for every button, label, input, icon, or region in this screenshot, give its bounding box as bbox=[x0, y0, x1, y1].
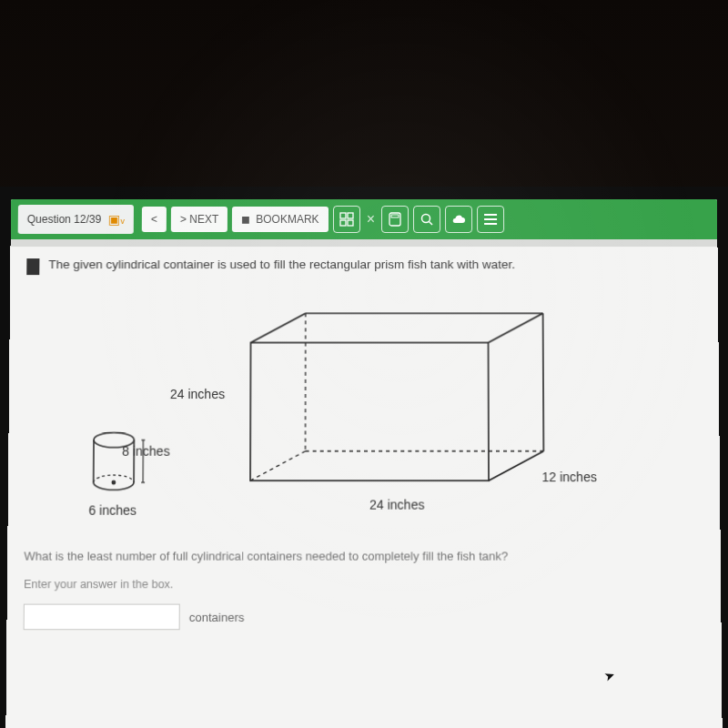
svg-rect-1 bbox=[348, 213, 353, 218]
svg-line-22 bbox=[543, 313, 544, 450]
svg-point-14 bbox=[111, 480, 116, 485]
question-marker-icon bbox=[26, 258, 39, 275]
cylinder-diameter-label: 6 inches bbox=[88, 503, 136, 518]
figure-row: 8 inches 6 inches bbox=[25, 280, 704, 536]
prism-depth-label: 12 inches bbox=[541, 470, 596, 484]
bookmark-button[interactable]: ◼ BOOKMARK bbox=[232, 207, 328, 232]
question-panel: The given cylindrical container is used … bbox=[6, 247, 721, 645]
next-button[interactable]: > NEXT bbox=[171, 207, 228, 232]
grid-icon[interactable] bbox=[333, 206, 360, 233]
prev-button[interactable]: < bbox=[142, 207, 167, 232]
sub-toolbar bbox=[10, 239, 717, 247]
answer-unit-label: containers bbox=[189, 610, 245, 623]
menu-icon[interactable] bbox=[477, 206, 504, 233]
close-icon[interactable]: × bbox=[365, 211, 377, 228]
answer-input[interactable] bbox=[24, 604, 180, 631]
question-prompt: What is the least number of full cylindr… bbox=[24, 549, 703, 562]
svg-point-6 bbox=[422, 214, 430, 222]
svg-line-20 bbox=[488, 313, 542, 342]
cylinder-figure: 8 inches 6 inches bbox=[34, 429, 217, 517]
question-stem: The given cylindrical container is used … bbox=[48, 258, 515, 271]
prism-height-label: 24 inches bbox=[170, 387, 225, 401]
flag-icon[interactable]: ▣v bbox=[108, 212, 125, 227]
bookmark-icon: ◼ bbox=[241, 213, 250, 226]
question-counter-text: Question 12/39 bbox=[27, 213, 102, 226]
svg-rect-2 bbox=[340, 220, 346, 226]
question-counter: Question 12/39 ▣v bbox=[18, 205, 134, 234]
svg-line-7 bbox=[430, 222, 433, 226]
search-icon[interactable] bbox=[413, 206, 440, 233]
calculator-icon[interactable] bbox=[381, 206, 409, 233]
svg-rect-0 bbox=[340, 213, 346, 218]
enter-hint: Enter your answer in the box. bbox=[24, 578, 704, 591]
cloud-icon[interactable] bbox=[445, 206, 472, 233]
svg-rect-5 bbox=[391, 215, 399, 217]
quiz-toolbar: Question 12/39 ▣v < > NEXT ◼ BOOKMARK × bbox=[11, 199, 718, 239]
prism-width-label: 24 inches bbox=[369, 497, 424, 511]
next-label: > NEXT bbox=[180, 213, 218, 226]
svg-rect-18 bbox=[250, 343, 489, 481]
prism-figure: 24 inches 24 inches 12 inches bbox=[232, 306, 599, 518]
chevron-left-icon: < bbox=[151, 213, 157, 226]
svg-line-19 bbox=[251, 313, 306, 342]
svg-line-23 bbox=[489, 451, 544, 480]
svg-rect-3 bbox=[348, 220, 353, 226]
cylinder-height-label: 8 inches bbox=[122, 444, 170, 459]
bookmark-label: BOOKMARK bbox=[256, 213, 318, 226]
svg-line-26 bbox=[250, 451, 306, 480]
